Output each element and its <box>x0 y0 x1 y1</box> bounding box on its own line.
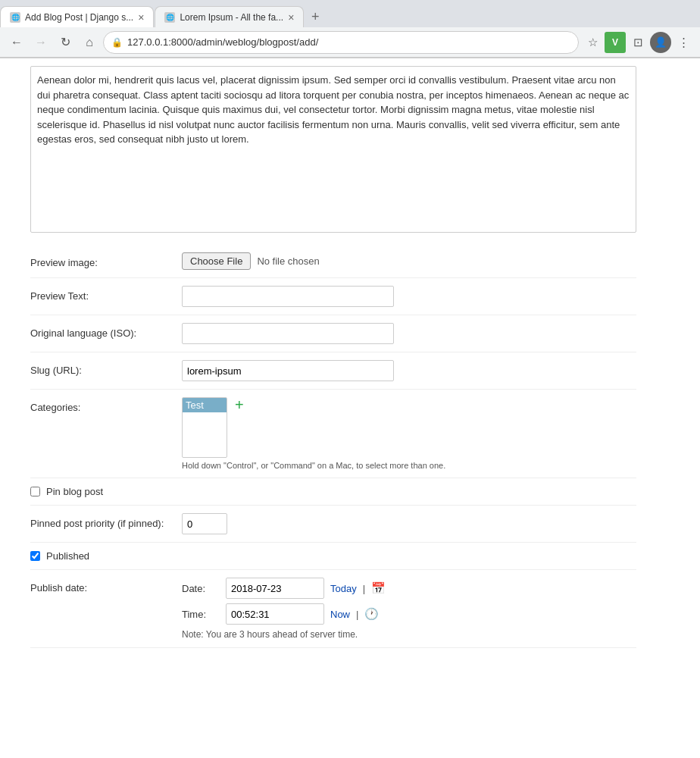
new-tab-btn[interactable]: + <box>305 6 326 27</box>
published-row: Published <box>30 543 636 570</box>
bookmark-btn[interactable]: ☆ <box>582 32 603 53</box>
publish-date-fields: Date: Today | 📅 Time: Now | 🕐 Note: You … <box>182 578 636 640</box>
categories-select[interactable]: Test <box>182 397 227 458</box>
today-link[interactable]: Today <box>330 583 357 594</box>
pinned-priority-row: Pinned post priority (if pinned): <box>30 506 636 543</box>
pin-post-checkbox[interactable] <box>30 487 40 496</box>
categories-field: Test + Hold down "Control", or "Command"… <box>182 397 636 470</box>
calendar-icon[interactable]: 📅 <box>371 581 386 595</box>
no-file-label: No file chosen <box>257 255 319 267</box>
back-btn[interactable]: ← <box>6 32 27 53</box>
content-textarea[interactable]: Aenean dolor mi, hendrerit quis lacus ve… <box>30 66 636 233</box>
preview-image-field: Choose File No file chosen <box>182 252 636 270</box>
lorem-text: Aenean dolor mi, hendrerit quis lacus ve… <box>37 73 630 147</box>
choose-file-btn[interactable]: Choose File <box>182 252 251 270</box>
date-row: Date: Today | 📅 <box>182 578 636 599</box>
now-link[interactable]: Now <box>330 609 350 620</box>
forward-btn[interactable]: → <box>30 32 52 53</box>
preview-text-field <box>182 286 636 307</box>
reload-btn[interactable]: ↻ <box>55 32 76 53</box>
slug-input[interactable] <box>182 360 394 381</box>
time-separator: | <box>356 609 358 620</box>
home-btn[interactable]: ⌂ <box>79 32 100 53</box>
category-option-test[interactable]: Test <box>183 398 227 412</box>
tab1-close-btn[interactable]: × <box>138 11 144 23</box>
time-input[interactable] <box>226 603 324 625</box>
categories-container: Test + <box>182 397 636 458</box>
pin-post-label[interactable]: Pin blog post <box>46 486 103 497</box>
menu-btn[interactable]: ⋮ <box>673 32 694 53</box>
user-btn[interactable]: 👤 <box>650 32 671 53</box>
tab1-favicon: 🌐 <box>10 12 20 23</box>
pinned-priority-field <box>182 513 636 534</box>
pinned-priority-label: Pinned post priority (if pinned): <box>30 513 182 529</box>
nav-bar: ← → ↻ ⌂ 🔒 ☆ V ⊡ 👤 ⋮ <box>0 27 700 58</box>
time-label: Time: <box>182 609 220 620</box>
preview-image-label: Preview image: <box>30 252 182 268</box>
publish-date-label: Publish date: <box>30 578 182 594</box>
date-input[interactable] <box>226 578 324 599</box>
slug-label: Slug (URL): <box>30 360 182 376</box>
original-language-input[interactable] <box>182 323 394 344</box>
preview-text-input[interactable] <box>182 286 394 307</box>
publish-date-row: Publish date: Date: Today | 📅 Time: Now … <box>30 570 636 648</box>
clock-icon[interactable]: 🕐 <box>364 607 379 621</box>
time-row: Time: Now | 🕐 <box>182 603 636 625</box>
file-input-row: Choose File No file chosen <box>182 252 636 270</box>
date-label: Date: <box>182 583 220 594</box>
date-separator: | <box>363 583 365 594</box>
lock-icon: 🔒 <box>111 37 123 48</box>
pinned-priority-input[interactable] <box>182 513 227 534</box>
slug-field <box>182 360 636 381</box>
tab1-title: Add Blog Post | Django s... <box>25 12 133 23</box>
extension-btn[interactable]: V <box>605 32 626 53</box>
original-language-label: Original language (ISO): <box>30 323 182 339</box>
address-bar-container[interactable]: 🔒 <box>103 31 579 54</box>
cast-btn[interactable]: ⊡ <box>627 32 648 53</box>
published-label[interactable]: Published <box>46 550 89 562</box>
slug-row: Slug (URL): <box>30 352 636 390</box>
add-category-btn[interactable]: + <box>232 397 247 412</box>
admin-form: Aenean dolor mi, hendrerit quis lacus ve… <box>0 58 667 663</box>
original-language-field <box>182 323 636 344</box>
published-checkbox[interactable] <box>30 551 40 561</box>
tab2-favicon: 🌐 <box>164 12 175 23</box>
tab-lorem-ipsum[interactable]: 🌐 Lorem Ipsum - All the fa... × <box>155 6 304 27</box>
nav-right-buttons: ☆ V ⊡ 👤 ⋮ <box>582 32 694 53</box>
categories-label: Categories: <box>30 397 182 413</box>
pin-post-row: Pin blog post <box>30 478 636 506</box>
server-time-note: Note: You are 3 hours ahead of server ti… <box>182 629 636 640</box>
tab-bar: 🌐 Add Blog Post | Django s... × 🌐 Lorem … <box>0 0 700 27</box>
categories-row: Categories: Test + Hold down "Control", … <box>30 390 636 478</box>
original-language-row: Original language (ISO): <box>30 315 636 352</box>
tab2-close-btn[interactable]: × <box>288 11 294 23</box>
tab2-title: Lorem Ipsum - All the fa... <box>180 12 283 23</box>
browser-chrome: 🌐 Add Blog Post | Django s... × 🌐 Lorem … <box>0 0 700 58</box>
preview-text-label: Preview Text: <box>30 286 182 302</box>
tab-add-blog-post[interactable]: 🌐 Add Blog Post | Django s... × <box>0 6 154 27</box>
categories-hint: Hold down "Control", or "Command" on a M… <box>182 461 636 470</box>
page-content: Aenean dolor mi, hendrerit quis lacus ve… <box>0 58 700 758</box>
address-input[interactable] <box>127 36 570 48</box>
preview-text-row: Preview Text: <box>30 278 636 315</box>
preview-image-row: Preview image: Choose File No file chose… <box>30 245 636 278</box>
